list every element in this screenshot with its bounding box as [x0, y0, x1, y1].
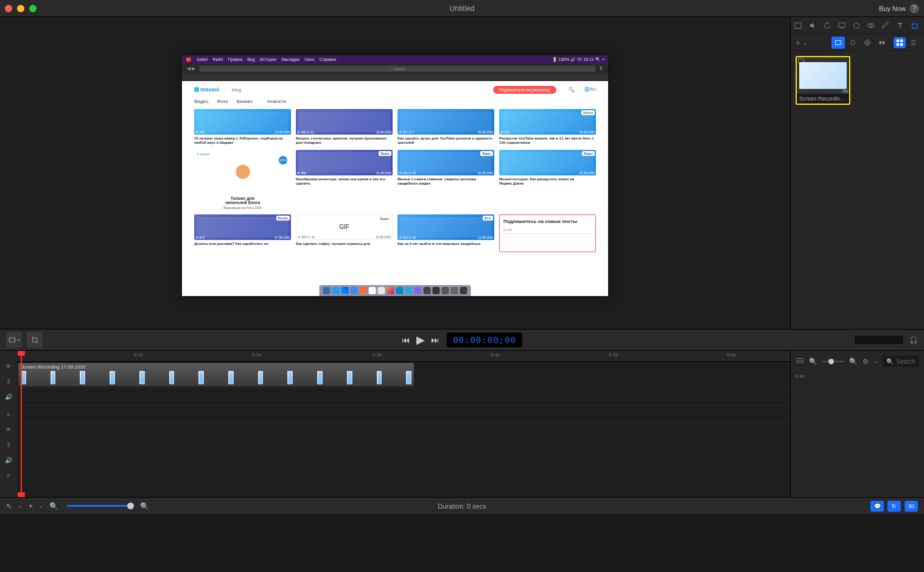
nested-dock [320, 285, 471, 296]
playback-controls-bar: » ⏮ ▶ ⏭ 00:00:00;00 🎧 [0, 329, 924, 351]
audio-icon[interactable] [808, 21, 817, 30]
svg-point-21 [798, 360, 799, 361]
filter-icon[interactable] [852, 21, 861, 30]
media-panel: + ⌄ 0s Screen Recording... [790, 17, 924, 329]
media-bin[interactable]: 0s Screen Recording... [791, 51, 924, 329]
nested-tab-bar [182, 74, 608, 81]
svg-rect-15 [900, 43, 903, 45]
next-frame-button[interactable]: ⏭ [431, 335, 439, 345]
nested-mac-menubar: 🍎 Safari Файл Правка Вид История Закладк… [182, 55, 608, 64]
search-icon: 🔍 [886, 358, 894, 365]
track-options-icon[interactable]: ⇕ [6, 378, 11, 385]
timeline-main[interactable]: 0.1s 0.2s 0.3s 0.4s 0.5s 0.6s Screen Rec… [17, 351, 790, 497]
view-list[interactable] [907, 37, 919, 48]
preview-content: 🍎 Safari Файл Правка Вид История Закладк… [182, 55, 608, 296]
add-dropdown-icon[interactable]: ⌄ [39, 503, 43, 509]
prev-frame-button[interactable]: ⏮ [402, 335, 410, 345]
add-dropdown-icon[interactable]: ⌄ [803, 40, 808, 46]
window-minimize-button[interactable] [17, 5, 24, 12]
add-track-button[interactable]: + [29, 502, 33, 510]
panel-subbar: + ⌄ [791, 34, 924, 51]
rotate-icon[interactable] [823, 21, 831, 30]
nested-page-content: movavi blog Подписаться на рассылку 🔍 🌐R… [182, 81, 608, 296]
headphones-icon[interactable]: 🎧 [909, 336, 918, 344]
view-grid[interactable] [894, 37, 906, 48]
tab-web[interactable] [861, 37, 874, 49]
window-title: Untitled [450, 4, 475, 13]
tab-media[interactable] [831, 37, 845, 49]
svg-point-22 [799, 360, 800, 361]
timeline-audio-track-2[interactable] [17, 406, 790, 424]
timeline-zoom-slider[interactable] [67, 505, 134, 507]
zoom-out-button[interactable]: 🔍 [49, 502, 58, 510]
svg-point-8 [851, 40, 855, 44]
media-item-label: Screen Recording... [797, 94, 849, 104]
blog-logo: movavi [194, 87, 219, 93]
svg-rect-6 [912, 24, 918, 28]
timeline-area: 👁 ⇕ 🔊 ≡ 👁 ⇕ 🔊 ≡ 0.1s 0.2s 0.3s 0.4s 0.5s… [0, 351, 924, 497]
add-media-button[interactable]: + [796, 38, 800, 48]
gear-icon[interactable]: ⚙ [863, 358, 869, 365]
timeline-clip[interactable]: Screen Recording 17.09.2020 [18, 363, 414, 386]
tab-photo[interactable] [846, 37, 859, 49]
main-area: 🍎 Safari Файл Правка Вид История Закладк… [0, 17, 924, 329]
play-button[interactable]: ▶ [416, 333, 425, 347]
search-icon: 🔍 [569, 87, 575, 93]
text-icon[interactable] [896, 21, 905, 30]
tool-dropdown-icon[interactable]: ⌄ [18, 503, 23, 509]
track2-visibility-icon[interactable]: 👁 [5, 426, 12, 433]
timeline-audio-track-1[interactable] [17, 387, 790, 406]
sync-button[interactable]: ↻ [887, 501, 901, 512]
pointer-tool-icon[interactable]: ↖ [6, 502, 12, 510]
effects-icon[interactable] [867, 21, 875, 30]
track-visibility-icon[interactable]: 👁 [5, 363, 12, 370]
timeline-playhead[interactable] [21, 351, 22, 497]
window-maximize-button[interactable] [29, 5, 37, 12]
zoom-slider[interactable] [822, 361, 844, 362]
svg-rect-14 [897, 43, 899, 45]
window-close-button[interactable] [5, 5, 12, 12]
buy-now-button[interactable]: Buy Now ? [879, 4, 919, 13]
monitor-icon[interactable] [838, 21, 846, 30]
svg-rect-19 [10, 338, 15, 342]
frame-icon[interactable] [794, 21, 802, 30]
track2-audio-icon[interactable]: 🔊 [5, 457, 12, 464]
svg-rect-10 [880, 41, 882, 44]
track-audio-icon[interactable]: 🔊 [5, 394, 12, 400]
timeline-ruler[interactable]: 0.1s 0.2s 0.3s 0.4s 0.5s 0.6s [17, 351, 790, 362]
timecode-display[interactable]: 00:00:00;00 [447, 333, 522, 347]
crop-button[interactable] [27, 332, 43, 348]
timeline-video-track[interactable]: Screen Recording 17.09.2020 [17, 362, 790, 387]
svg-rect-11 [883, 41, 885, 44]
svg-point-23 [801, 360, 802, 361]
timeline-right-panel: 🔍 🔍 ⚙ ⌄ 🔍 Search 0.8s [790, 351, 924, 497]
track2-options-icon[interactable]: ⇕ [6, 442, 11, 448]
svg-rect-13 [900, 39, 903, 41]
media-duration: 0s [843, 88, 848, 94]
comment-button[interactable]: 💬 [870, 501, 884, 512]
svg-rect-1 [839, 23, 845, 27]
language-selector: 🌐RU [584, 87, 596, 92]
track2-list-icon[interactable]: ≡ [7, 472, 10, 479]
timeline-search-input[interactable]: 🔍 Search [883, 356, 919, 367]
svg-rect-12 [897, 39, 899, 41]
bottom-bar: ↖ ⌄ + ⌄ 🔍 🔍 Duration: 0 secs 💬 ↻ 30 [0, 497, 924, 514]
zoom-in-icon[interactable]: 🔍 [849, 358, 858, 365]
zoom-in-button[interactable]: 🔍 [140, 502, 149, 510]
help-icon[interactable]: ? [909, 4, 919, 13]
svg-rect-0 [795, 23, 802, 28]
tab-transitions[interactable] [875, 37, 889, 49]
preview-viewport[interactable]: 🍎 Safari Файл Правка Вид История Закладк… [0, 17, 790, 329]
media-item-screen-recording[interactable]: 0s Screen Recording... [796, 56, 850, 105]
fit-button[interactable]: » [6, 332, 22, 348]
chevron-down-icon[interactable]: ⌄ [873, 359, 878, 364]
pen-icon[interactable] [881, 21, 890, 30]
zoom-out-icon[interactable]: 🔍 [809, 358, 817, 365]
fps-button[interactable]: 30 [905, 501, 918, 512]
subscribe-button: Подписаться на рассылку [493, 86, 556, 94]
markers-icon[interactable] [796, 356, 804, 366]
nested-mac-status: 🔋 100% 🔊 Пт 10:11 🔍 ≡ [552, 57, 604, 62]
shape-icon[interactable] [911, 21, 919, 30]
svg-point-3 [854, 23, 859, 28]
track-list-icon[interactable]: ≡ [7, 411, 10, 418]
